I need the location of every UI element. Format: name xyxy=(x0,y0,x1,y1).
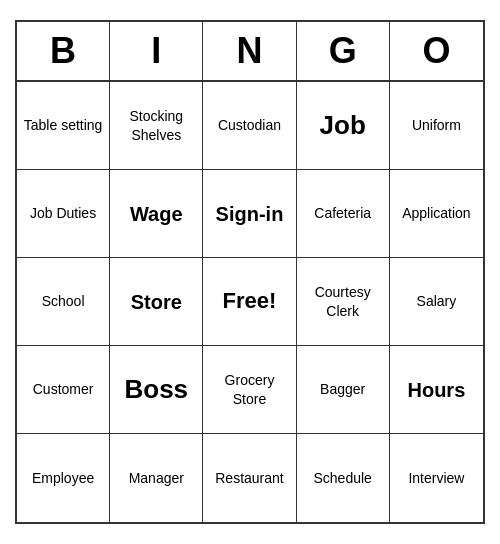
bingo-header: BINGO xyxy=(17,22,483,82)
bingo-cell: Schedule xyxy=(297,434,390,522)
bingo-cell: School xyxy=(17,258,110,346)
bingo-cell: Employee xyxy=(17,434,110,522)
bingo-cell: Restaurant xyxy=(203,434,296,522)
bingo-cell: Stocking Shelves xyxy=(110,82,203,170)
bingo-cell: Interview xyxy=(390,434,483,522)
bingo-cell: Customer xyxy=(17,346,110,434)
bingo-cell: Application xyxy=(390,170,483,258)
bingo-cell: Grocery Store xyxy=(203,346,296,434)
bingo-cell: Sign-in xyxy=(203,170,296,258)
bingo-cell: Free! xyxy=(203,258,296,346)
bingo-cell: Bagger xyxy=(297,346,390,434)
bingo-cell: Custodian xyxy=(203,82,296,170)
bingo-cell: Job xyxy=(297,82,390,170)
header-letter: I xyxy=(110,22,203,80)
bingo-cell: Cafeteria xyxy=(297,170,390,258)
bingo-cell: Hours xyxy=(390,346,483,434)
bingo-cell: Manager xyxy=(110,434,203,522)
bingo-cell: Job Duties xyxy=(17,170,110,258)
header-letter: B xyxy=(17,22,110,80)
bingo-cell: Store xyxy=(110,258,203,346)
bingo-card: BINGO Table settingStocking ShelvesCusto… xyxy=(15,20,485,524)
bingo-cell: Courtesy Clerk xyxy=(297,258,390,346)
header-letter: G xyxy=(297,22,390,80)
bingo-grid: Table settingStocking ShelvesCustodianJo… xyxy=(17,82,483,522)
bingo-cell: Boss xyxy=(110,346,203,434)
bingo-cell: Uniform xyxy=(390,82,483,170)
header-letter: O xyxy=(390,22,483,80)
bingo-cell: Salary xyxy=(390,258,483,346)
bingo-cell: Wage xyxy=(110,170,203,258)
header-letter: N xyxy=(203,22,296,80)
bingo-cell: Table setting xyxy=(17,82,110,170)
